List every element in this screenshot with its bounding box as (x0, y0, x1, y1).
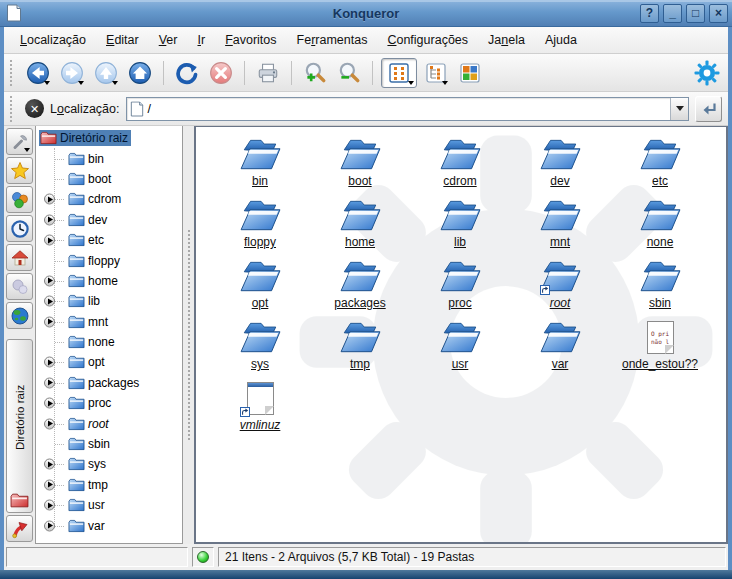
location-input[interactable]: / (126, 97, 690, 121)
file-item[interactable]: mnt (510, 196, 610, 257)
menu-configuracoes[interactable]: Configurações (377, 29, 478, 51)
file-item[interactable]: root (510, 257, 610, 318)
tree-item[interactable]: Diretório raiz (36, 128, 182, 148)
clear-location-button[interactable]: ✕ (25, 99, 44, 118)
bookmarks-tab[interactable] (6, 157, 33, 184)
tree-item[interactable]: floppy (36, 250, 182, 270)
file-item[interactable]: cdrom (410, 135, 510, 196)
menu-editar[interactable]: Editar (96, 29, 149, 51)
toolbar-drag-handle[interactable] (10, 60, 15, 86)
tree-item[interactable]: proc (36, 393, 182, 413)
history-tab[interactable] (6, 215, 33, 242)
tree-expander-icon[interactable] (44, 459, 55, 470)
print-button[interactable] (253, 58, 283, 88)
panel-splitter[interactable] (183, 126, 194, 544)
help-button[interactable]: ? (640, 4, 659, 23)
home-button[interactable] (125, 58, 155, 88)
location-dropdown-button[interactable] (670, 98, 688, 120)
go-button[interactable] (695, 96, 722, 122)
tree-expander-icon[interactable] (44, 520, 55, 531)
tree-item[interactable]: etc (36, 230, 182, 250)
folder-icon-view[interactable]: bin (194, 126, 728, 544)
tree-expander-icon[interactable] (44, 214, 55, 225)
file-item[interactable]: var (510, 318, 610, 379)
sidebar-configure-button[interactable] (6, 128, 33, 155)
menu-ferramentas[interactable]: Ferramentas (287, 29, 378, 51)
tree-expander-icon[interactable] (44, 418, 55, 429)
tree-expander-icon[interactable] (44, 357, 55, 368)
menu-janela[interactable]: Janela (478, 29, 535, 51)
file-item[interactable]: sys (210, 318, 310, 379)
network-tab[interactable] (6, 302, 33, 329)
tree-item[interactable]: usr (36, 495, 182, 515)
back-button[interactable] (23, 58, 53, 88)
tree-item[interactable]: lib (36, 291, 182, 311)
stop-button[interactable] (206, 58, 236, 88)
tree-item[interactable]: none (36, 332, 182, 352)
file-item[interactable]: packages (310, 257, 410, 318)
file-item[interactable]: tmp (310, 318, 410, 379)
file-item[interactable]: dev (510, 135, 610, 196)
menu-ajuda[interactable]: Ajuda (535, 29, 587, 51)
tree-expander-icon[interactable] (44, 500, 55, 511)
tree-item[interactable]: var (36, 515, 182, 535)
preview-view-button[interactable] (455, 58, 485, 88)
menu-localizacao[interactable]: Localização (10, 29, 96, 51)
tree-expander-icon[interactable] (44, 316, 55, 327)
tree-item[interactable]: boot (36, 169, 182, 189)
titlebar[interactable]: Konqueror ? _ □ × (0, 0, 732, 27)
tree-item[interactable]: cdrom (36, 189, 182, 209)
tree-item[interactable]: sbin (36, 434, 182, 454)
file-item[interactable]: opt (210, 257, 310, 318)
menu-ver[interactable]: Ver (149, 29, 188, 51)
services-tab[interactable] (6, 186, 33, 213)
home-tab[interactable] (6, 244, 33, 271)
tree-expander-icon[interactable] (44, 377, 55, 388)
tree-item[interactable]: sys (36, 454, 182, 474)
bookmark-arrow-tab[interactable] (6, 515, 33, 542)
menu-favoritos[interactable]: Favoritos (215, 29, 286, 51)
close-button[interactable]: × (709, 4, 728, 23)
file-item[interactable]: home (310, 196, 410, 257)
tree-item[interactable]: dev (36, 210, 182, 230)
file-item[interactable]: floppy (210, 196, 310, 257)
zoom-out-button[interactable] (334, 58, 364, 88)
tree-item[interactable]: bin (36, 148, 182, 168)
zoom-in-button[interactable] (300, 58, 330, 88)
reload-button[interactable] (172, 58, 202, 88)
locationbar-drag-handle[interactable] (10, 96, 15, 122)
file-item[interactable]: sbin (610, 257, 710, 318)
tree-expander-icon[interactable] (44, 296, 55, 307)
file-item[interactable]: O pri não l (610, 318, 710, 379)
file-item[interactable]: proc (410, 257, 510, 318)
file-item[interactable]: etc (610, 135, 710, 196)
tree-item[interactable]: mnt (36, 312, 182, 332)
tree-item[interactable]: packages (36, 373, 182, 393)
tree-expander-icon[interactable] (44, 275, 55, 286)
forward-button[interactable] (57, 58, 87, 88)
tree-item[interactable]: tmp (36, 475, 182, 495)
file-item[interactable]: vmlinuz (210, 379, 310, 440)
file-item[interactable]: lib (410, 196, 510, 257)
tree-item[interactable]: opt (36, 352, 182, 372)
file-item[interactable]: none (610, 196, 710, 257)
icon-view-button[interactable] (381, 58, 417, 88)
tree-expander-icon[interactable] (44, 194, 55, 205)
file-item[interactable]: boot (310, 135, 410, 196)
root-folder-tab[interactable]: Diretório raiz (6, 339, 33, 513)
up-button[interactable] (91, 58, 121, 88)
file-item[interactable]: bin (210, 135, 310, 196)
tree-expander-icon[interactable] (44, 398, 55, 409)
file-item[interactable]: usr (410, 318, 510, 379)
kde-logo-button[interactable] (692, 58, 722, 88)
tree-view-button[interactable] (421, 58, 451, 88)
network-neighborhood-tab[interactable] (6, 273, 33, 300)
tree-item[interactable]: home (36, 271, 182, 291)
tree-expander-icon[interactable] (44, 479, 55, 490)
menu-ir[interactable]: Ir (187, 29, 215, 51)
minimize-button[interactable]: _ (663, 4, 682, 23)
maximize-button[interactable]: □ (686, 4, 705, 23)
tree-item[interactable]: root (36, 413, 182, 433)
back-dropdown-caret (44, 81, 50, 85)
tree-expander-icon[interactable] (44, 235, 55, 246)
